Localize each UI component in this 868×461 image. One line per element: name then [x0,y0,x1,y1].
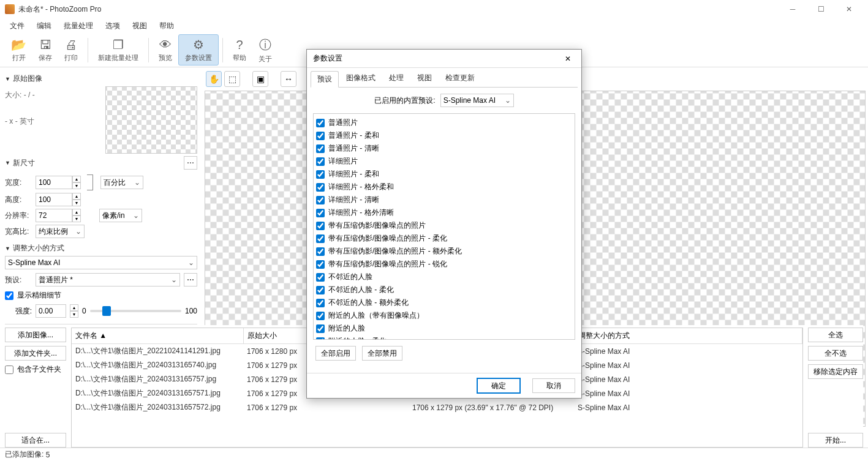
preset-item[interactable]: 详细照片 - 格外清晰 [316,206,572,219]
marquee-tool-button[interactable]: ⬚ [224,71,240,87]
menu-batch[interactable]: 批量处理 [59,20,98,32]
preset-item[interactable]: 详细照片 - 柔和 [316,168,572,181]
enable-all-button[interactable]: 全部启用 [315,346,356,361]
menu-edit[interactable]: 编辑 [32,20,56,32]
preset-item[interactable]: 普通照片 - 柔和 [316,129,572,142]
strength-slider[interactable] [90,310,181,312]
preset-item[interactable]: 详细照片 - 清晰 [316,193,572,206]
lock-icon[interactable] [87,174,93,190]
preset-checkbox[interactable] [316,157,325,166]
preset-list[interactable]: 普通照片普通照片 - 柔和普通照片 - 清晰详细照片详细照片 - 柔和详细照片 … [313,113,575,340]
preset-checkbox[interactable] [316,299,325,307]
dialog-tab-1[interactable]: 图像格式 [340,70,382,87]
width-input[interactable] [36,176,72,189]
preset-item[interactable]: 带有压缩伪影/图像噪点的照片 - 额外柔化 [316,245,572,258]
dialog-tab-3[interactable]: 视图 [411,70,438,87]
dialog-tab-0[interactable]: 预设 [311,71,339,88]
preset-item[interactable]: 不邻近的人脸 [316,271,572,283]
menu-view[interactable]: 视图 [127,20,152,32]
preset-checkbox[interactable] [316,144,325,153]
preset-item[interactable]: 普通照片 - 清晰 [316,142,572,155]
add-folder-button[interactable]: 添加文件夹... [5,346,66,361]
crop-tool-button[interactable]: ▣ [252,71,268,87]
add-image-button[interactable]: 添加图像... [5,328,66,342]
menu-options[interactable]: 选项 [100,20,125,32]
table-row[interactable]: D:\...\文件1\微信图片_202403131657572.jpg1706 … [72,400,802,414]
method-combo[interactable]: S-Spline Max AI [5,256,197,269]
status-label: 已添加图像: [5,449,43,460]
preset-checkbox[interactable] [316,324,325,333]
size-label: 大小: [5,91,21,99]
close-button[interactable]: ✕ [835,0,863,18]
toolbar-关于[interactable]: ⓘ关于 [252,34,278,66]
preset-item[interactable]: 带有压缩伪影/图像噪点的照片 [316,219,572,232]
preset-checkbox[interactable] [316,119,325,127]
maximize-button[interactable]: ☐ [807,0,835,18]
preset-item[interactable]: 附近的人脸 [316,322,572,335]
preset-item[interactable]: 详细照片 [316,155,572,168]
select-none-button[interactable]: 全不选 [808,346,863,361]
res-unit-combo[interactable]: 像素/in [99,209,142,222]
preset-checkbox[interactable] [316,222,325,230]
dialog-tab-2[interactable]: 处理 [383,70,410,87]
preset-item[interactable]: 普通照片 [316,116,572,129]
preset-checkbox[interactable] [316,196,325,204]
preset-item[interactable]: 附近的人脸 - 柔化 [316,335,572,340]
flip-h-button[interactable]: ↔ [281,71,296,87]
spin-down[interactable]: ▾ [72,182,81,189]
dialog-tab-4[interactable]: 检查更新 [439,70,481,87]
start-button[interactable]: 开始... [808,433,863,448]
select-all-button[interactable]: 全选 [808,328,863,342]
preset-checkbox[interactable] [316,183,325,192]
preset-checkbox[interactable] [316,260,325,269]
aspect-combo[interactable]: 约束比例 [36,225,85,238]
preset-item[interactable]: 附近的人脸（带有图像噪点） [316,309,572,322]
res-input[interactable] [36,209,72,222]
preset-item[interactable]: 不邻近的人脸 - 柔化 [316,283,572,296]
col-file[interactable]: 文件名 ▲ [72,328,243,344]
preset-item[interactable]: 详细照片 - 格外柔和 [316,181,572,193]
enabled-preset-combo[interactable]: S-Spline Max AI [440,94,514,107]
toolbar-打印[interactable]: 🖨打印 [58,36,84,65]
toolbar-预览[interactable]: 👁预览 [153,36,178,65]
preset-checkbox[interactable] [316,234,325,243]
ok-button[interactable]: 确定 [477,378,520,393]
unit-width-combo[interactable]: 百分比 [100,176,143,189]
disable-all-button[interactable]: 全部禁用 [362,346,402,361]
strength-input[interactable] [36,304,66,318]
minimize-button[interactable]: ─ [779,0,807,18]
preset-item[interactable]: 不邻近的人脸 - 额外柔化 [316,296,572,309]
preset-checkbox[interactable] [316,170,325,179]
preset-checkbox[interactable] [316,132,325,140]
preset-item[interactable]: 带有压缩伪影/图像噪点的照片 - 柔化 [316,232,572,245]
toolbar-帮助[interactable]: ?帮助 [227,36,252,65]
toolbar-参数设置[interactable]: ⚙参数设置 [178,34,219,66]
dialog-close-button[interactable]: ✕ [560,51,575,66]
height-input[interactable] [36,193,72,206]
preset-checkbox[interactable] [316,273,325,282]
newsize-more-button[interactable]: ⋯ [184,156,197,170]
preset-more-button[interactable]: ⋯ [184,273,197,287]
menu-help[interactable]: 帮助 [154,20,179,32]
fit-button[interactable]: 适合在... [5,433,66,448]
preset-combo[interactable]: 普通照片 * [36,273,180,287]
menu-file[interactable]: 文件 [5,20,29,32]
section-resize[interactable]: 调整大小的方式 [5,241,197,256]
show-detail-checkbox[interactable] [5,291,13,300]
preset-checkbox[interactable] [316,209,325,217]
remove-selected-button[interactable]: 移除选定内容 [808,364,863,379]
section-newsize[interactable]: 新尺寸 ⋯ [5,154,197,172]
toolbar-新建批量处理[interactable]: ❐新建批量处理 [92,35,145,65]
col-method[interactable]: 调整大小的方式 [574,328,802,344]
hand-tool-button[interactable]: ✋ [206,71,222,87]
preset-checkbox[interactable] [316,312,325,320]
spin-up[interactable]: ▴ [72,176,81,182]
subfolders-checkbox[interactable] [5,365,13,374]
cancel-button[interactable]: 取消 [532,378,575,393]
preset-item[interactable]: 带有压缩伪影/图像噪点的照片 - 锐化 [316,258,572,271]
toolbar-打开[interactable]: 📂打开 [5,35,32,65]
toolbar-保存[interactable]: 🖫保存 [32,36,58,65]
section-original[interactable]: 原始图像 [5,71,197,86]
preset-checkbox[interactable] [316,286,325,294]
preset-checkbox[interactable] [316,247,325,256]
